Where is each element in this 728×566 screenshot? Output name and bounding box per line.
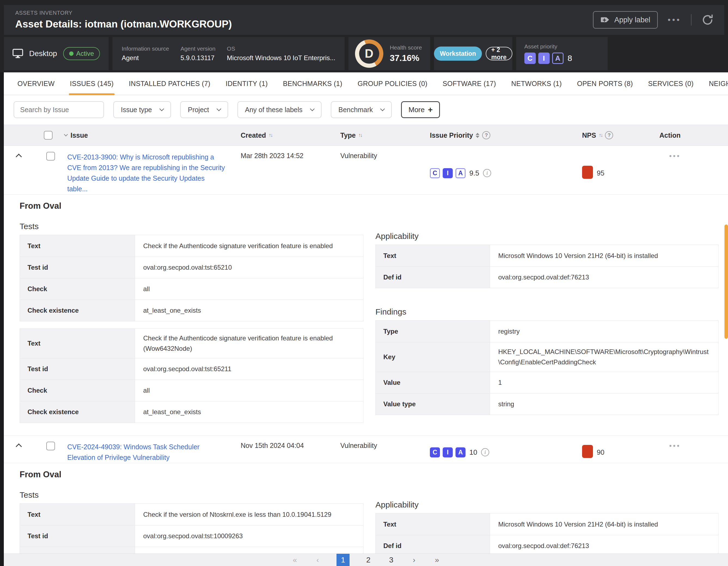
sort-icon[interactable]: ↑↓ bbox=[599, 132, 602, 138]
agent-info-card: Information source Agent Agent version 5… bbox=[112, 37, 345, 70]
row-value: at_least_one_exists bbox=[135, 300, 363, 321]
row-label: Type bbox=[376, 320, 490, 342]
issue-cell: CVE-2013-3900: Why is Microsoft republis… bbox=[67, 146, 236, 194]
project-label: Project bbox=[188, 106, 209, 114]
detail-right-column: Applicability TextMicrosoft Windows 10 V… bbox=[375, 470, 718, 566]
row-label: Check existence bbox=[20, 300, 135, 321]
row-select-cell bbox=[34, 146, 67, 194]
scrollbar-thumb[interactable] bbox=[724, 225, 728, 339]
tab-software[interactable]: SOFTWARE (17) bbox=[443, 72, 496, 95]
tab-open-ports[interactable]: OPEN PORTS (8) bbox=[577, 72, 633, 95]
nps-severity-box bbox=[582, 445, 593, 458]
table-row: TextMicrosoft Windows 10 Version 21H2 (6… bbox=[376, 245, 718, 267]
sort-icon[interactable] bbox=[476, 133, 479, 138]
row-checkbox[interactable] bbox=[46, 442, 55, 450]
page-button-2[interactable]: 2 bbox=[364, 556, 372, 564]
row-label: Test id bbox=[20, 358, 135, 379]
more-options-icon[interactable]: ••• bbox=[668, 15, 681, 25]
applicability-heading: Applicability bbox=[375, 500, 718, 509]
chevron-down-icon bbox=[159, 107, 164, 111]
row-label: Test id bbox=[20, 525, 135, 547]
row-value: HKEY_LOCAL_MACHINE\SOFTWARE\Microsoft\Cr… bbox=[490, 342, 718, 372]
benchmark-label: Benchmark bbox=[338, 106, 373, 114]
tab-services[interactable]: SERVICES (0) bbox=[648, 72, 694, 95]
info-icon[interactable]: i bbox=[483, 169, 491, 177]
table-row: Typeregistry bbox=[376, 320, 718, 342]
select-all-checkbox[interactable] bbox=[44, 131, 53, 140]
tab-neighbors[interactable]: NEIGHBORS (0) bbox=[709, 72, 728, 95]
issue-link[interactable]: CVE-2013-3900: Why is Microsoft republis… bbox=[67, 152, 236, 194]
issue-detail-panel: From Oval Tests TextCheck if the version… bbox=[4, 463, 728, 566]
priority-cell: C I A 9.5 i bbox=[423, 146, 574, 194]
row-label: Text bbox=[20, 235, 135, 257]
row-label: Text bbox=[376, 513, 490, 535]
asset-priority-label: Asset priority bbox=[524, 43, 572, 50]
row-label: Value type bbox=[376, 393, 490, 415]
row-checkbox[interactable] bbox=[46, 152, 55, 161]
tab-identity[interactable]: IDENTITY (1) bbox=[226, 72, 268, 95]
asset-priority-badges: C I A 8 bbox=[524, 53, 572, 64]
priority-cell: C I A 10 i bbox=[423, 436, 574, 463]
last-page-button[interactable]: » bbox=[433, 556, 441, 564]
table-row: TextCheck if the Authenticode signature … bbox=[20, 235, 363, 257]
next-page-button[interactable]: › bbox=[410, 556, 418, 564]
collapse-row-button[interactable] bbox=[4, 146, 34, 194]
nps-severity-box bbox=[582, 166, 593, 179]
table-row: Test idoval:org.secpod.oval:tst:65211 bbox=[20, 358, 363, 379]
chevron-down-icon bbox=[216, 107, 221, 111]
collapse-row-button[interactable] bbox=[4, 436, 34, 463]
sort-icon[interactable]: ↑↓ bbox=[269, 132, 272, 138]
tab-networks[interactable]: NETWORKS (1) bbox=[511, 72, 562, 95]
apply-label-button[interactable]: Apply label bbox=[593, 11, 658, 29]
project-dropdown[interactable]: Project bbox=[180, 101, 228, 118]
row-value: all bbox=[135, 279, 363, 299]
more-tags-chip[interactable]: + 2 more bbox=[486, 47, 512, 60]
page-button-3[interactable]: 3 bbox=[387, 556, 395, 564]
row-value: Microsoft Windows 10 Version 21H2 (64-bi… bbox=[490, 245, 718, 267]
page-title: Asset Details: iotman (iotman.WORKGROUP) bbox=[15, 19, 232, 30]
benchmark-dropdown[interactable]: Benchmark bbox=[331, 101, 392, 118]
table-row: Checkall bbox=[20, 379, 363, 401]
table-row: Check existenceat_least_one_exists bbox=[20, 401, 363, 423]
refresh-icon[interactable] bbox=[701, 14, 714, 26]
priority-score: 9.5 bbox=[469, 169, 479, 178]
table-row: Test idoval:org.secpod.oval:tst:65210 bbox=[20, 257, 363, 278]
top-dark-area: ASSETS INVENTORY Asset Details: iotman (… bbox=[0, 0, 728, 72]
tests-table: TextCheck if the Authenticode signature … bbox=[20, 235, 363, 321]
help-icon[interactable]: ? bbox=[482, 131, 490, 139]
chevron-up-icon bbox=[16, 443, 22, 450]
os-group: OS Microsoft Windows 10 IoT Enterpris... bbox=[227, 45, 335, 62]
labels-dropdown[interactable]: Any of these labels bbox=[237, 101, 322, 118]
row-actions-icon[interactable]: ••• bbox=[669, 152, 681, 160]
nps-value: 90 bbox=[597, 448, 604, 456]
issue-link[interactable]: CVE-2024-49039: Windows Task Scheduler E… bbox=[67, 442, 236, 463]
first-page-button[interactable]: « bbox=[291, 556, 299, 564]
prev-page-button[interactable]: ‹ bbox=[314, 556, 322, 564]
sort-icon[interactable]: ↑↓ bbox=[359, 132, 362, 138]
tab-installed-patches[interactable]: INSTALLED PATCHES (7) bbox=[129, 72, 210, 95]
tests-heading: Tests bbox=[20, 490, 363, 500]
tab-overview[interactable]: OVERVIEW bbox=[17, 72, 55, 95]
more-filters-button[interactable]: More+ bbox=[401, 101, 440, 118]
agent-version-group: Agent version 5.9.0.13117 bbox=[181, 45, 215, 62]
monitor-icon bbox=[13, 48, 23, 59]
row-label: Text bbox=[20, 329, 135, 358]
row-actions-icon[interactable]: ••• bbox=[669, 442, 681, 450]
info-icon[interactable]: i bbox=[481, 448, 489, 456]
asset-priority-value: 8 bbox=[568, 54, 572, 63]
row-value: registry bbox=[490, 320, 718, 342]
title-bar: ASSETS INVENTORY Asset Details: iotman (… bbox=[4, 5, 724, 35]
help-icon[interactable]: ? bbox=[605, 131, 613, 139]
chevron-down-icon bbox=[310, 107, 315, 111]
page-button-1[interactable]: 1 bbox=[337, 554, 350, 566]
info-source-group: Information source Agent bbox=[122, 45, 169, 62]
detail-right-column: Applicability TextMicrosoft Windows 10 V… bbox=[375, 201, 718, 423]
table-row: TextCheck if the version of Ntoskrnl.exe… bbox=[20, 504, 363, 525]
tab-benchmarks[interactable]: BENCHMARKS (1) bbox=[283, 72, 342, 95]
tab-group-policies[interactable]: GROUP POLICIES (0) bbox=[357, 72, 427, 95]
issues-table-header: Issue Created↑↓ Type↑↓ Issue Priority? N… bbox=[4, 125, 728, 146]
search-input[interactable] bbox=[20, 106, 108, 114]
issue-type-dropdown[interactable]: Issue type bbox=[113, 101, 171, 118]
apply-label-text: Apply label bbox=[614, 16, 650, 24]
tab-issues[interactable]: ISSUES (145) bbox=[70, 72, 114, 95]
